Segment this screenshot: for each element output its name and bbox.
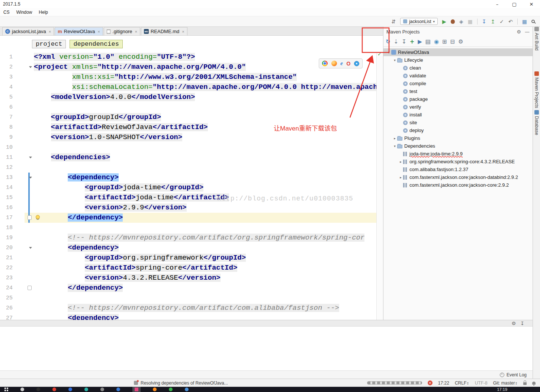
code-line[interactable]: 4 xsi:schemaLocation="http://maven.apach… xyxy=(0,82,383,92)
code-editor[interactable]: 1<?xml version="1.0" encoding="UTF-8"?>2… xyxy=(0,52,383,320)
error-stripe[interactable] xyxy=(376,52,383,320)
code-line[interactable]: 9 <version>1.0-SNAPSHOT</version> xyxy=(0,132,383,142)
vcs-push-icon[interactable]: ↥ xyxy=(491,19,495,25)
safari-icon[interactable] xyxy=(354,61,359,66)
maven-tree-item-verify[interactable]: verify xyxy=(383,103,533,111)
close-icon[interactable]: × xyxy=(135,29,137,34)
taskbar-app-icon[interactable] xyxy=(153,388,157,391)
git-branch-widget[interactable]: Git: master↕ xyxy=(493,380,518,386)
code-line[interactable]: 22 <artifactId>spring-core</artifactId> xyxy=(0,263,383,273)
collapse-all-icon[interactable]: ⊟ xyxy=(450,39,455,45)
code-line[interactable]: 21 <groupId>org.springframework</groupId… xyxy=(0,253,383,263)
maven-tree-item-org-springframework-spring-core-4-3-2-re[interactable]: ▸org.springframework:spring-core:4.3.2.R… xyxy=(383,158,533,166)
toolwindow-button-database[interactable]: Database xyxy=(534,116,539,135)
caret-position-widget[interactable]: 17:22 xyxy=(438,380,449,386)
line-number[interactable]: 14 xyxy=(0,183,13,193)
line-number[interactable]: 19 xyxy=(0,233,13,243)
firefox-icon[interactable] xyxy=(331,61,337,66)
line-number[interactable]: 15 xyxy=(0,193,13,203)
chrome-icon[interactable] xyxy=(322,61,328,66)
code-line[interactable]: 19 <!-- https://mvnrepository.com/artifa… xyxy=(0,233,383,243)
maven-tree-item-deploy[interactable]: deploy xyxy=(383,126,533,134)
opera-icon[interactable]: O xyxy=(347,61,351,67)
bottom-settings-icon[interactable]: ⚙ xyxy=(511,321,516,326)
maven-tree-item-reviewofjava[interactable]: ▾ReviewOfJava xyxy=(383,48,533,56)
code-line[interactable]: 17 </dependency> xyxy=(0,213,383,223)
line-number[interactable]: 21 xyxy=(0,253,13,263)
chevron-down-icon[interactable]: ▾ xyxy=(386,51,391,54)
stop-icon[interactable]: ■ xyxy=(468,19,473,25)
toolwindow-button-ant-build[interactable]: Ant Build xyxy=(534,33,539,51)
taskbar-app-icon[interactable] xyxy=(36,388,40,391)
taskbar-app-icon[interactable] xyxy=(84,388,88,391)
line-number[interactable]: 13 xyxy=(0,173,13,183)
line-number[interactable]: 3 xyxy=(0,72,13,82)
maven-tree-item-plugins[interactable]: ▸Plugins xyxy=(383,134,533,142)
hide-panel-icon[interactable]: — xyxy=(525,29,530,35)
line-number[interactable]: 22 xyxy=(0,263,13,273)
close-icon[interactable]: × xyxy=(182,29,184,34)
chevron-right-icon[interactable]: ▸ xyxy=(398,160,403,164)
maven-tree-item-joda-time-joda-time-2-9-9[interactable]: joda-time:joda-time:2.9.9 xyxy=(383,150,533,158)
download-sources-icon[interactable]: ↧ xyxy=(402,39,406,45)
code-line[interactable]: 20 <dependency> xyxy=(0,243,383,253)
menu-item-help[interactable]: Help xyxy=(35,8,51,16)
fold-marker-icon[interactable] xyxy=(29,247,32,249)
minimize-button[interactable]: – xyxy=(489,1,506,7)
code-line[interactable]: 26 <!-- https://mvnrepository.com/artifa… xyxy=(0,303,383,313)
maven-tree-item-lifecycle[interactable]: ▾Lifecycle xyxy=(383,56,533,64)
fold-marker-icon[interactable] xyxy=(29,177,32,179)
fold-marker-icon[interactable] xyxy=(29,157,32,158)
code-line[interactable]: 5 <modelVersion>4.0.0</modelVersion> xyxy=(0,92,383,102)
lock-icon[interactable] xyxy=(523,382,527,385)
close-button[interactable]: ✕ xyxy=(523,1,540,7)
cancel-task-button[interactable]: ✕ xyxy=(428,380,433,385)
line-number[interactable]: 10 xyxy=(0,142,13,152)
notifications-bell-icon[interactable] xyxy=(532,382,536,385)
menu-item-window[interactable]: Window xyxy=(13,8,36,16)
code-line[interactable]: 10 xyxy=(0,142,383,152)
ie-icon[interactable]: e xyxy=(340,60,343,67)
taskbar-app-icon[interactable] xyxy=(116,388,120,391)
generate-sources-icon[interactable]: ⇣ xyxy=(394,39,399,45)
fold-end-icon[interactable] xyxy=(28,215,32,220)
line-number[interactable]: 6 xyxy=(0,102,13,112)
inspections-ok-icon[interactable]: ✓ xyxy=(377,51,382,57)
menu-item-cs[interactable]: CS xyxy=(0,8,13,16)
line-number[interactable]: 26 xyxy=(0,303,13,313)
line-number[interactable]: 2 xyxy=(0,62,13,72)
code-line[interactable]: 27 <dependency> xyxy=(0,313,383,320)
line-number[interactable]: 5 xyxy=(0,92,13,102)
run-maven-build-icon[interactable]: ▶ xyxy=(418,39,422,45)
code-line[interactable]: 24 </dependency> xyxy=(0,283,383,293)
close-icon[interactable]: × xyxy=(98,29,100,34)
breadcrumb-item-project[interactable]: project xyxy=(32,40,66,48)
line-number[interactable]: 17 xyxy=(0,213,13,223)
tab--gitignore[interactable]: .gitignore× xyxy=(104,27,140,35)
customize-toolbar-icon[interactable]: ⇵ xyxy=(391,19,396,25)
tab-readme-md[interactable]: MDREADME.md× xyxy=(141,27,187,35)
maven-tree-item-test[interactable]: test xyxy=(383,87,533,95)
run-configuration-select[interactable]: jacksonList ▾ xyxy=(400,18,438,25)
panel-settings-icon[interactable]: ⚙ xyxy=(517,29,521,35)
chevron-right-icon[interactable]: ▸ xyxy=(392,136,397,140)
fold-end-icon[interactable] xyxy=(28,286,32,290)
add-maven-project-icon[interactable]: + xyxy=(410,39,415,45)
maven-tree-item-com-alibaba-fastjson-1-2-37[interactable]: com.alibaba:fastjson:1.2.37 xyxy=(383,166,533,173)
taskbar-app-icon[interactable] xyxy=(20,388,24,391)
chevron-down-icon[interactable]: ▾ xyxy=(392,144,397,148)
maven-settings-icon[interactable]: ⚙ xyxy=(458,39,463,45)
line-ending-widget[interactable]: CRLF↕ xyxy=(455,380,469,386)
maven-tree-item-compile[interactable]: compile xyxy=(383,80,533,87)
tab-jacksonlist-java[interactable]: CjacksonList.java× xyxy=(2,27,54,35)
line-number[interactable]: 18 xyxy=(0,223,13,233)
coverage-icon[interactable]: ◈ xyxy=(459,19,463,25)
maven-tree-item-clean[interactable]: clean xyxy=(383,64,533,72)
code-line[interactable]: 12 xyxy=(0,163,383,173)
line-number[interactable]: 24 xyxy=(0,283,13,293)
search-everywhere-icon[interactable] xyxy=(531,20,535,23)
windows-start-icon[interactable] xyxy=(4,388,8,391)
chevron-down-icon[interactable]: ▾ xyxy=(392,58,397,62)
code-line[interactable]: 7 <groupId>groupId</groupId> xyxy=(0,112,383,122)
encoding-widget[interactable]: UTF-8 xyxy=(475,380,488,386)
